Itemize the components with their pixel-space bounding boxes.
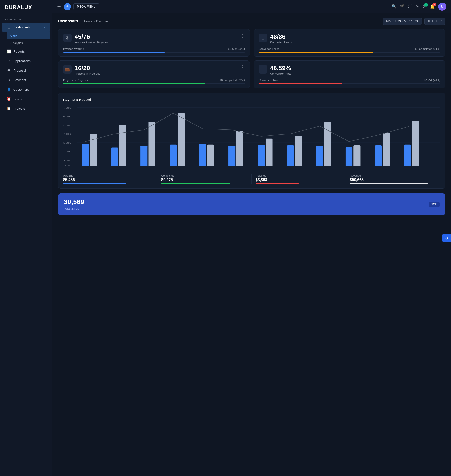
- progress-bar-fill: [259, 52, 373, 53]
- page-title: Dashboard: [58, 19, 78, 23]
- breadcrumb-current: Dashboard: [96, 19, 112, 23]
- projects-progress-icon: 💼: [63, 65, 72, 74]
- stat-completed: Completed $9,275: [157, 174, 252, 184]
- svg-rect-39: [412, 121, 419, 166]
- date-range-picker[interactable]: MAR 23, 24 - APR 21, 24: [383, 18, 422, 25]
- projects-icon: 📋: [7, 106, 11, 111]
- notification-icon[interactable]: 🔔 2: [430, 4, 435, 9]
- chart-menu-icon[interactable]: ⋮: [436, 97, 440, 102]
- progress-bar-track: [63, 83, 245, 84]
- flag-icon[interactable]: 🏴: [400, 4, 405, 9]
- kpi-card-conversion: 〜 46.59% Conversion Rate ⋮ Conversion Ra…: [254, 61, 445, 88]
- avatar[interactable]: U: [438, 3, 446, 11]
- chart-stats: Awaiting $5,486 Completed $9,275 Rejecte…: [63, 171, 440, 184]
- notification-badge: 2: [432, 3, 436, 6]
- bar-stat: $5,569 (56%): [228, 47, 245, 50]
- card-menu-icon[interactable]: ⋮: [240, 65, 245, 69]
- progress-bar-fill: [63, 83, 205, 84]
- svg-rect-20: [140, 146, 147, 166]
- stat-rejected: Rejected $3,868: [252, 174, 346, 184]
- theme-icon[interactable]: ☀: [415, 4, 419, 9]
- settings-float-button[interactable]: ⚙: [442, 234, 451, 242]
- page-header: Dashboard | Home › Dashboard MAR 23, 24 …: [58, 18, 445, 25]
- sidebar-item-leads[interactable]: ⏰ Leads ›: [2, 94, 50, 104]
- progress-bar-track: [259, 83, 440, 84]
- svg-rect-19: [119, 125, 126, 166]
- sidebar-item-label: Customers: [13, 88, 29, 91]
- timer-badge: 3: [424, 3, 428, 7]
- svg-rect-35: [353, 145, 360, 166]
- customers-icon: 👤: [7, 87, 11, 92]
- total-sales-value: 30,569: [64, 198, 84, 206]
- sidebar-item-reports[interactable]: 📊 Reports ›: [2, 47, 50, 56]
- svg-text:20K: 20K: [63, 150, 71, 153]
- card-menu-icon[interactable]: ⋮: [240, 34, 245, 38]
- hamburger-icon[interactable]: ☰: [57, 4, 61, 9]
- kpi-card-converted-leads: ⊡ 48/86 Converted Leads ⋮ Converted Lead…: [254, 29, 445, 57]
- bar-label: Converted Leads: [259, 47, 280, 50]
- progress-bar-track: [259, 52, 440, 53]
- payment-icon: $: [7, 78, 11, 82]
- svg-rect-24: [199, 143, 206, 166]
- sidebar-item-applications[interactable]: ✈ Applications ›: [2, 56, 50, 65]
- invoices-label: Invoices Awaiting Payment: [75, 41, 109, 44]
- filter-button[interactable]: ⚙ FILTER: [424, 18, 445, 25]
- analytics-label: Analytics: [11, 41, 23, 45]
- search-icon[interactable]: 🔍: [391, 4, 396, 9]
- timer-icon[interactable]: ⏱ 3: [422, 4, 426, 9]
- projects-value: 16/20: [75, 65, 100, 71]
- kpi-card-projects: 💼 16/20 Projects In Progress ⋮ Projects …: [58, 61, 250, 88]
- stat-bar: [256, 184, 299, 184]
- stat-value: $50,668: [350, 178, 437, 182]
- card-menu-icon[interactable]: ⋮: [436, 65, 440, 69]
- stat-label: Completed: [161, 174, 248, 177]
- svg-text:70K: 70K: [63, 106, 71, 109]
- add-button[interactable]: +: [64, 3, 71, 10]
- stat-bar: [350, 184, 428, 184]
- svg-text:50K: 50K: [63, 124, 71, 127]
- bar-stat: 16 Completed (78%): [220, 79, 245, 82]
- svg-rect-25: [207, 145, 214, 166]
- converted-leads-value: 48/86: [270, 34, 292, 40]
- chevron-right-icon: ›: [44, 88, 45, 91]
- sidebar-item-projects[interactable]: 📋 Projects ›: [2, 104, 50, 113]
- svg-rect-26: [228, 146, 235, 166]
- stat-value: $3,868: [256, 178, 342, 182]
- sidebar-item-label: Payment: [13, 78, 26, 82]
- sidebar-item-crm[interactable]: CRM: [7, 32, 50, 39]
- svg-rect-23: [178, 113, 185, 166]
- mega-menu-button[interactable]: MEGA MENU: [73, 3, 99, 10]
- conversion-icon: 〜: [259, 65, 267, 74]
- sidebar-item-label: Projects: [13, 107, 25, 111]
- chevron-down-icon: ▾: [44, 26, 45, 29]
- sidebar-item-label: Leads: [13, 97, 22, 101]
- progress-bar-track: [63, 52, 245, 53]
- breadcrumb-home[interactable]: Home: [84, 19, 92, 23]
- fullscreen-icon[interactable]: ⛶: [408, 4, 412, 9]
- sidebar-item-label: Applications: [13, 59, 31, 63]
- stat-bar: [161, 184, 230, 184]
- chevron-right-icon: ›: [44, 79, 45, 81]
- sidebar-item-proposal[interactable]: ◎ Proposal ›: [2, 66, 50, 75]
- svg-rect-29: [265, 138, 272, 166]
- card-menu-icon[interactable]: ⋮: [436, 34, 440, 38]
- stat-label: Revenue: [350, 174, 437, 177]
- sidebar-sub-dashboards: CRM Analytics: [7, 32, 50, 47]
- sidebar-item-dashboards[interactable]: ⊞ Dashboards ▾: [2, 23, 50, 32]
- sidebar-item-analytics[interactable]: Analytics: [7, 39, 50, 47]
- sidebar-item-label: Proposal: [13, 69, 26, 72]
- chevron-right-icon: ›: [44, 50, 45, 53]
- invoices-value: 45/76: [75, 34, 109, 40]
- breadcrumb: Dashboard | Home › Dashboard: [58, 19, 112, 23]
- crm-label: CRM: [11, 34, 18, 37]
- stat-revenue: Revenue $50,668: [346, 174, 440, 184]
- svg-rect-36: [375, 145, 382, 166]
- bar-chart: 70K 60K 50K 40K 30K 20K 10K 0K: [63, 105, 440, 167]
- svg-rect-30: [287, 145, 294, 166]
- stat-value: $9,275: [161, 178, 248, 182]
- header-right: MAR 23, 24 - APR 21, 24 ⚙ FILTER: [383, 18, 445, 25]
- sidebar-item-customers[interactable]: 👤 Customers ›: [2, 85, 50, 94]
- conversion-label: Conversion Rate: [270, 72, 291, 75]
- sidebar-item-payment[interactable]: $ Payment ›: [2, 75, 50, 85]
- svg-rect-16: [82, 144, 89, 166]
